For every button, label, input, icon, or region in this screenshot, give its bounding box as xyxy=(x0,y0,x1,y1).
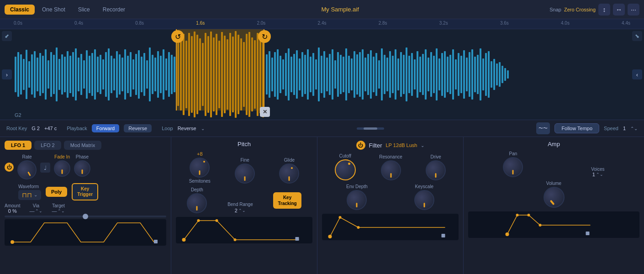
key-tracking-button[interactable]: Key Tracking xyxy=(273,192,301,209)
svg-rect-15 xyxy=(56,47,58,101)
svg-rect-19 xyxy=(67,51,69,98)
fade-in-knob[interactable] xyxy=(54,160,70,177)
bend-range-stepper[interactable]: ⌃⌄ xyxy=(238,208,246,213)
more-icon[interactable]: ··· xyxy=(628,4,639,16)
svg-rect-25 xyxy=(83,60,85,89)
target-group: Target — ⌃⌄ xyxy=(52,203,65,214)
loop-start-handle[interactable]: ↺ xyxy=(171,30,184,43)
svg-rect-198 xyxy=(586,232,590,235)
waveform-selector[interactable]: ⊓⊓ ⌄ xyxy=(18,190,41,200)
fine-group: Fine xyxy=(235,158,255,184)
svg-rect-104 xyxy=(301,52,303,97)
bottom-section: LFO 1 LFO 2 Mod Matrix ⏻ Rate ♩ Fade In xyxy=(0,137,644,274)
tab-recorder[interactable]: Recorder xyxy=(97,5,131,15)
filter-title: Filter xyxy=(369,142,382,149)
reverse-button[interactable]: Reverse xyxy=(124,124,152,132)
lfo-amount-slider[interactable] xyxy=(5,216,166,217)
resonance-knob[interactable] xyxy=(381,160,401,180)
svg-rect-99 xyxy=(288,48,290,100)
svg-rect-121 xyxy=(348,56,350,93)
fade-in-label[interactable]: Fade In xyxy=(54,154,70,159)
depth-knob[interactable] xyxy=(187,193,207,213)
speed-stepper[interactable]: ⌃⌄ xyxy=(630,126,638,131)
follow-tempo-button[interactable]: Follow Tempo xyxy=(554,123,599,133)
fit-icon[interactable]: ↔ xyxy=(613,4,625,16)
svg-rect-131 xyxy=(375,53,377,96)
snap-value[interactable]: Zero Crossing xyxy=(564,7,596,12)
loop-value[interactable]: Reverse xyxy=(178,126,196,131)
drive-knob[interactable] xyxy=(426,160,446,180)
glide-knob[interactable] xyxy=(279,163,299,184)
loop-end-handle[interactable]: ↻ xyxy=(258,30,271,43)
filter-type-dropdown[interactable]: ⌄ xyxy=(421,143,424,148)
rate-knob[interactable] xyxy=(14,157,40,183)
svg-rect-47 xyxy=(143,53,145,96)
target-stepper[interactable]: ⌃⌄ xyxy=(58,209,65,213)
filter-type[interactable]: LP 12dB Lush xyxy=(385,142,417,148)
semitones-value: +8 xyxy=(197,151,203,157)
tab-slice[interactable]: Slice xyxy=(73,5,95,15)
svg-rect-42 xyxy=(130,52,132,97)
svg-rect-34 xyxy=(108,48,110,100)
key-trigger-button[interactable]: Key Trigger xyxy=(72,183,98,200)
voices-stepper[interactable]: ⌃⌄ xyxy=(596,172,603,177)
nav-right-arrow[interactable]: ‹ xyxy=(632,69,642,79)
nav-left-arrow[interactable]: › xyxy=(2,69,12,79)
cutoff-knob[interactable] xyxy=(335,159,356,180)
svg-rect-170 xyxy=(482,58,484,90)
mod-matrix-tab[interactable]: Mod Matrix xyxy=(64,141,101,150)
svg-rect-132 xyxy=(378,60,380,89)
slider-thumb[interactable] xyxy=(83,214,88,219)
zoom-tr-icon[interactable]: ⬊ xyxy=(632,31,642,41)
loop-dropdown-icon[interactable]: ⌄ xyxy=(201,126,205,131)
timeline-mark-0: 0.0s xyxy=(14,21,22,26)
svg-rect-136 xyxy=(389,51,391,98)
svg-point-195 xyxy=(516,214,519,216)
svg-rect-51 xyxy=(154,58,156,91)
svg-rect-120 xyxy=(345,48,347,100)
svg-rect-3 xyxy=(23,59,25,90)
loop-clear-button[interactable]: ✕ xyxy=(260,107,270,117)
lfo-slider-row xyxy=(0,214,171,217)
phase-knob[interactable] xyxy=(74,160,90,177)
svg-rect-95 xyxy=(277,49,279,100)
zoom-tl-icon[interactable]: ⬋ xyxy=(2,31,12,41)
svg-rect-123 xyxy=(354,51,355,98)
env-depth-knob[interactable] xyxy=(347,190,367,210)
volume-knob[interactable] xyxy=(544,187,565,208)
lfo2-tab[interactable]: LFO 2 xyxy=(34,141,61,150)
semitones-knob[interactable] xyxy=(190,158,210,178)
svg-rect-5 xyxy=(28,61,30,88)
svg-rect-50 xyxy=(152,55,153,94)
note-icon[interactable]: ♩ xyxy=(40,163,50,173)
forward-button[interactable]: Forward xyxy=(92,124,119,132)
tab-classic[interactable]: Classic xyxy=(5,5,35,15)
filter-power-button[interactable]: ⏻ xyxy=(356,141,365,150)
via-value: — xyxy=(29,208,34,214)
pan-knob[interactable] xyxy=(503,157,523,177)
waveform-display-toggle[interactable]: 〜〜 xyxy=(536,122,550,134)
fine-knob[interactable] xyxy=(235,163,255,184)
svg-rect-98 xyxy=(285,53,287,96)
svg-rect-184 xyxy=(154,240,158,243)
poly-button[interactable]: Poly xyxy=(46,187,67,197)
waveform-container[interactable]: ⬋ ⬊ xyxy=(0,29,644,120)
svg-rect-151 xyxy=(430,52,432,97)
timeline: 0.0s 0.4s 0.8s 1.6s 2.0s 2.4s 2.8s 3.2s … xyxy=(0,19,644,29)
lfo-power-button[interactable]: ⏻ xyxy=(5,163,14,172)
bend-range-label: Bend Range xyxy=(227,202,253,207)
amp-envelope-display xyxy=(468,211,639,238)
svg-rect-39 xyxy=(121,58,123,91)
svg-rect-36 xyxy=(113,58,115,90)
svg-rect-179 xyxy=(507,70,509,79)
svg-rect-189 xyxy=(296,237,299,241)
via-stepper[interactable]: ⌃⌄ xyxy=(35,209,42,213)
keyscale-knob[interactable] xyxy=(414,190,434,210)
svg-rect-0 xyxy=(15,57,16,92)
minimize-icon[interactable]: ↕ xyxy=(598,4,610,16)
svg-rect-168 xyxy=(477,55,479,94)
svg-rect-163 xyxy=(463,50,465,99)
waveform-group: Waveform ⊓⊓ ⌄ xyxy=(18,184,41,200)
tab-oneshot[interactable]: One Shot xyxy=(37,5,71,15)
lfo1-tab[interactable]: LFO 1 xyxy=(5,141,32,150)
